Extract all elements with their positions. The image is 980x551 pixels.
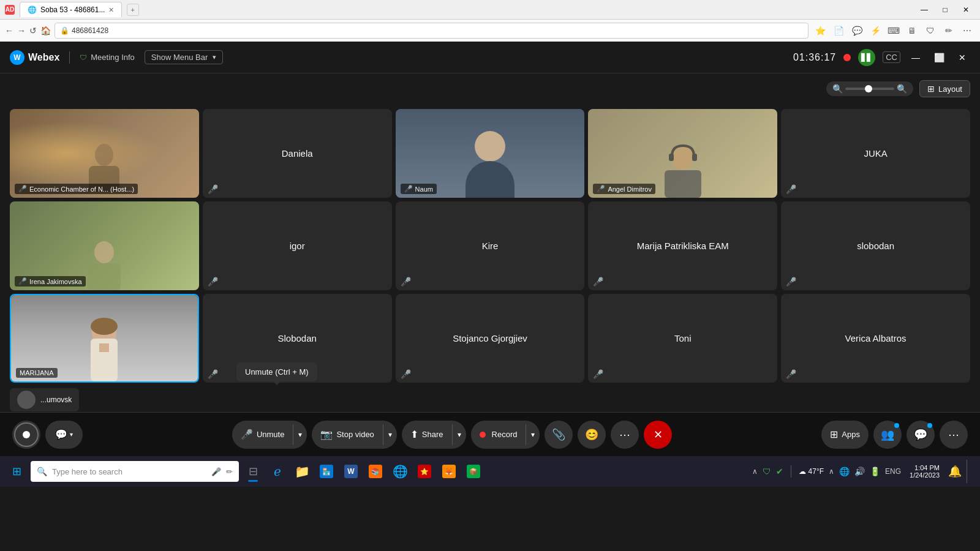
partial-participant-card[interactable]: ...umovsk: [10, 388, 79, 411]
message-button[interactable]: 💬 ▾: [45, 421, 83, 449]
forward-button[interactable]: →: [17, 26, 26, 36]
participant-cell-naum[interactable]: 🎤 Naum: [396, 109, 585, 198]
address-value: 486861428: [72, 26, 108, 35]
taskbar-icon-explorer[interactable]: 📁: [290, 460, 314, 483]
notification-button[interactable]: 🔔: [948, 465, 962, 478]
tray-icon-check[interactable]: ✔: [776, 467, 783, 476]
screen-icon[interactable]: 🖥: [904, 23, 920, 39]
taskbar-icon-store[interactable]: 🏪: [315, 460, 338, 483]
show-menu-bar-button[interactable]: Show Menu Bar ▾: [145, 50, 224, 64]
cc-button[interactable]: CC: [883, 51, 900, 63]
share-dropdown-button[interactable]: ▾: [452, 424, 466, 445]
taskbar-icon-orange2[interactable]: 🦊: [437, 460, 461, 483]
verica-name: Verica Albatros: [845, 333, 907, 343]
taskbar-icon-edge[interactable]: 🌐: [388, 460, 412, 483]
tray-icon-shield[interactable]: 🛡: [763, 467, 771, 476]
activity-button[interactable]: [12, 421, 40, 449]
extensions-icon[interactable]: ⚡: [867, 23, 883, 39]
tab-close-button[interactable]: ×: [108, 5, 113, 15]
reload-button[interactable]: ↺: [29, 26, 37, 36]
participant-cell-toni[interactable]: Toni 🎤: [588, 294, 777, 383]
maximize-webex-button[interactable]: ⬜: [931, 50, 947, 66]
taskbar-icon-orange[interactable]: 📚: [364, 460, 387, 483]
apps-main-button[interactable]: ⊞ Apps: [821, 422, 869, 446]
meeting-info-button[interactable]: 🛡 Meeting Info: [80, 53, 135, 62]
zoom-control[interactable]: 🔍 🔍: [826, 81, 913, 96]
bookmark-icon[interactable]: ⭐: [812, 23, 828, 39]
browser-title-bar: AD 🌐 Soba 53 - 486861... × + — □ ✕: [0, 0, 980, 20]
more-options-button[interactable]: ⋯: [611, 421, 639, 449]
network-icon[interactable]: 🌐: [839, 467, 850, 476]
svg-point-9: [91, 318, 118, 335]
participant-cell-marija[interactable]: Marija Patrikliska EAM 🎤: [588, 201, 777, 290]
unmute-main-button[interactable]: 🎤 Unmute: [232, 422, 293, 446]
marija-mute-icon: 🎤: [593, 277, 603, 287]
record-dropdown-button[interactable]: ▾: [526, 424, 540, 445]
share-main-button[interactable]: ⬆ Share: [402, 422, 452, 446]
volume-icon[interactable]: 🔊: [854, 467, 865, 476]
tray-chevron[interactable]: ∧: [829, 467, 834, 476]
close-button[interactable]: ✕: [957, 3, 975, 17]
weather-info[interactable]: ☁ 47°F: [799, 467, 824, 476]
participant-cell-ecn[interactable]: 🎤 Economic Chamber of N... (Host...): [10, 109, 199, 198]
participant-cell-juka[interactable]: JUKA 🎤: [781, 109, 970, 198]
unmute-tooltip: Unmute (Ctrl + M): [236, 362, 317, 381]
participant-cell-irena[interactable]: 🎤 Irena Jakimovska: [10, 201, 199, 290]
home-button[interactable]: 🏠: [40, 26, 51, 36]
stop-video-split-button[interactable]: 📷 Stop video ▾: [312, 421, 396, 449]
browser-tab[interactable]: 🌐 Soba 53 - 486861... ×: [20, 2, 122, 17]
participant-cell-angel[interactable]: 🎤 Angel Dimitrov: [588, 109, 777, 198]
minimize-button[interactable]: —: [915, 3, 933, 17]
edit-icon[interactable]: ✏: [941, 23, 957, 39]
taskbar-clock[interactable]: 1:04 PM 1/24/2023: [906, 464, 943, 479]
end-call-button[interactable]: ✕: [644, 421, 672, 449]
address-input[interactable]: 🔒 486861428: [55, 23, 809, 39]
layout-button[interactable]: ⊞ Layout: [919, 80, 970, 97]
battery-icon[interactable]: 🔋: [870, 467, 880, 476]
unmute-split-button[interactable]: 🎤 Unmute ▾: [232, 421, 307, 449]
maximize-button[interactable]: □: [936, 3, 954, 17]
show-desktop-button[interactable]: [967, 460, 970, 483]
record-split-button[interactable]: Record ▾: [471, 421, 540, 449]
tab-favicon: 🌐: [28, 6, 37, 14]
zoom-slider[interactable]: [845, 88, 894, 90]
stop-video-dropdown-button[interactable]: ▾: [383, 424, 397, 445]
taskbar-icon-extra[interactable]: 📦: [462, 460, 485, 483]
participants-button[interactable]: 👥: [873, 421, 902, 449]
read-view-icon[interactable]: 📄: [831, 23, 846, 39]
taskbar-icon-word[interactable]: W: [339, 460, 363, 483]
taskbar-search[interactable]: 🔍 Type here to search 🎤 ✏: [31, 461, 239, 482]
tray-icon-up[interactable]: ∧: [752, 467, 758, 476]
minimize-webex-button[interactable]: —: [908, 50, 924, 66]
chat-icon[interactable]: 💬: [849, 23, 865, 39]
apps-split-button[interactable]: ⊞ Apps: [821, 421, 869, 449]
record-main-button[interactable]: Record: [471, 424, 526, 445]
taskbar-icon-red-star[interactable]: ⭐: [413, 460, 436, 483]
reaction-button[interactable]: 😊: [578, 421, 606, 449]
green-status-icon[interactable]: ▋▋: [858, 49, 875, 66]
keyboard-layout[interactable]: ENG: [885, 467, 901, 476]
start-button[interactable]: ⊞: [5, 460, 28, 483]
participant-cell-slobodan1[interactable]: slobodan 🎤: [781, 201, 970, 290]
more-tools-icon[interactable]: ⋯: [959, 23, 975, 39]
keyboard-icon[interactable]: ⌨: [886, 23, 902, 39]
taskbar-icon-ie[interactable]: ℯ: [266, 460, 289, 483]
participant-cell-marijana[interactable]: MARIJANA: [10, 294, 199, 383]
participant-cell-kire[interactable]: Kire 🎤: [396, 201, 585, 290]
security-icon[interactable]: 🛡: [922, 23, 938, 39]
share-split-button[interactable]: ⬆ Share ▾: [402, 421, 466, 449]
new-tab-button[interactable]: +: [127, 4, 139, 16]
participant-cell-stojanco[interactable]: Stojanco Gjorgjiev 🎤: [396, 294, 585, 383]
participant-cell-daniela[interactable]: Daniela 🎤: [203, 109, 392, 198]
participant-cell-verica[interactable]: Verica Albatros 🎤: [781, 294, 970, 383]
taskbar-icon-taskview[interactable]: ⊟: [241, 460, 265, 483]
chat-button[interactable]: 💬: [907, 421, 935, 449]
close-webex-button[interactable]: ✕: [954, 50, 970, 66]
unmute-dropdown-button[interactable]: ▾: [293, 424, 307, 445]
tab-title: Soba 53 - 486861...: [40, 6, 105, 14]
more-right-button[interactable]: ⋯: [940, 421, 968, 449]
stop-video-main-button[interactable]: 📷 Stop video: [312, 422, 382, 446]
attachment-button[interactable]: 📎: [545, 421, 573, 449]
back-button[interactable]: ←: [5, 26, 13, 36]
participant-cell-igor[interactable]: igor 🎤: [203, 201, 392, 290]
